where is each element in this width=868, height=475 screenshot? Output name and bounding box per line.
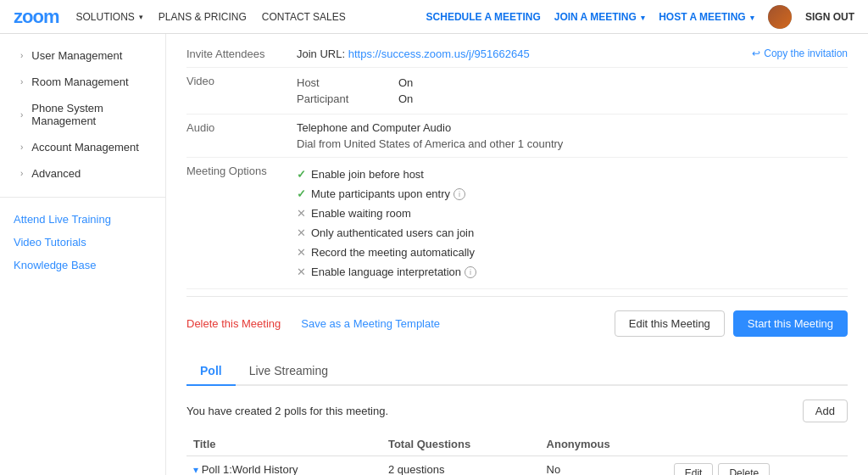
- sidebar-attend-live-training[interactable]: Attend Live Training: [0, 208, 165, 231]
- copy-icon: ↩: [752, 48, 760, 59]
- invite-attendees-value: Join URL: https://success.zoom.us/j/9516…: [297, 48, 752, 60]
- solutions-dropdown-icon: ▾: [139, 13, 143, 21]
- join-url-link[interactable]: https://success.zoom.us/j/951662645: [348, 48, 530, 60]
- sidebar-item-advanced[interactable]: › Advanced: [0, 160, 165, 187]
- layout: › User Management › Room Management › Ph…: [0, 34, 868, 475]
- sidebar-divider: [0, 197, 165, 198]
- poll-action-buttons-cell: Edit Delete: [667, 456, 848, 475]
- poll-edit-button[interactable]: Edit: [674, 463, 714, 475]
- crossmark-icon: ✕: [297, 265, 306, 278]
- edit-meeting-button[interactable]: Edit this Meeting: [615, 310, 725, 337]
- join-url-prefix: Join URL:: [297, 48, 348, 60]
- option-waiting-room: ✕ Enable waiting room: [297, 204, 848, 223]
- meeting-options-row: Meeting Options ✓ Enable join before hos…: [186, 158, 848, 289]
- participant-video-label: Participant: [297, 92, 364, 105]
- poll-section: You have created 2 polls for this meetin…: [186, 386, 848, 475]
- delete-meeting-link[interactable]: Delete this Meeting: [186, 317, 281, 330]
- poll-table: Title Total Questions Anonymous ▾ Poll 1…: [186, 433, 848, 475]
- join-meeting-link[interactable]: JOIN A MEETING ▾: [554, 11, 645, 23]
- poll-expand-toggle[interactable]: ▾: [193, 464, 198, 475]
- tab-poll[interactable]: Poll: [186, 357, 236, 384]
- poll-anonymous-header: Anonymous: [540, 433, 667, 456]
- poll-questions-cell: 2 questions: [381, 456, 540, 476]
- logo: zoom: [14, 6, 58, 28]
- language-info-icon[interactable]: i: [465, 266, 476, 278]
- sidebar: › User Management › Room Management › Ph…: [0, 34, 166, 475]
- poll-questions-header: Total Questions: [381, 433, 540, 456]
- poll-title-header: Title: [186, 433, 381, 456]
- sidebar-item-phone-system[interactable]: › Phone System Management: [0, 95, 165, 134]
- logo-text: zoom: [14, 6, 58, 28]
- nav-plans[interactable]: PLANS & PRICING: [159, 11, 247, 23]
- tabs-row: Poll Live Streaming: [186, 357, 848, 386]
- meeting-options-value: ✓ Enable join before host ✓ Mute partici…: [297, 165, 848, 282]
- chevron-icon: ›: [20, 51, 23, 60]
- main-content: Invite Attendees Join URL: https://succe…: [166, 34, 868, 475]
- participant-video-row: Participant On: [297, 91, 848, 107]
- poll-title-cell: ▾ Poll 1:World History: [186, 456, 381, 476]
- host-dropdown-icon: ▾: [750, 14, 754, 22]
- audio-row: Audio Telephone and Computer Audio Dial …: [186, 115, 848, 158]
- crossmark-icon: ✕: [297, 226, 306, 239]
- header-right: SCHEDULE A MEETING JOIN A MEETING ▾ HOST…: [426, 5, 854, 29]
- mute-info-icon[interactable]: i: [453, 188, 465, 200]
- actions-row: Delete this Meeting Save as a Meeting Te…: [186, 296, 848, 344]
- chevron-icon: ›: [20, 110, 23, 120]
- sidebar-video-tutorials[interactable]: Video Tutorials: [0, 231, 165, 254]
- audio-label: Audio: [186, 121, 297, 134]
- option-mute-participants: ✓ Mute participants upon entry i: [297, 184, 848, 204]
- poll-table-header-row: Title Total Questions Anonymous: [186, 433, 848, 456]
- audio-type: Telephone and Computer Audio: [297, 121, 848, 134]
- host-video-value: On: [398, 76, 413, 89]
- option-enable-join: ✓ Enable join before host: [297, 165, 848, 184]
- video-value: Host On Participant On: [297, 75, 848, 107]
- poll-table-row: ▾ Poll 1:World History 2 questions No Ed…: [186, 456, 848, 476]
- save-template-link[interactable]: Save as a Meeting Template: [301, 317, 440, 330]
- poll-header-row: You have created 2 polls for this meetin…: [186, 400, 848, 422]
- chevron-icon: ›: [20, 142, 23, 152]
- start-meeting-button[interactable]: Start this Meeting: [733, 310, 848, 337]
- invite-attendees-row: Invite Attendees Join URL: https://succe…: [186, 41, 848, 68]
- poll-delete-button[interactable]: Delete: [718, 463, 770, 475]
- audio-value: Telephone and Computer Audio Dial from U…: [297, 121, 848, 150]
- host-video-label: Host: [297, 76, 364, 89]
- join-dropdown-icon: ▾: [641, 14, 645, 22]
- sidebar-item-user-management[interactable]: › User Management: [0, 42, 165, 69]
- poll-anonymous-cell: No: [540, 456, 667, 476]
- invite-attendees-label: Invite Attendees: [186, 48, 297, 60]
- option-record-auto: ✕ Record the meeting automatically: [297, 243, 848, 262]
- crossmark-icon: ✕: [297, 207, 306, 220]
- sidebar-knowledge-base[interactable]: Knowledge Base: [0, 254, 165, 277]
- poll-title: Poll 1:World History: [202, 463, 298, 475]
- crossmark-icon: ✕: [297, 246, 306, 259]
- participant-video-value: On: [398, 92, 413, 105]
- chevron-icon: ›: [20, 169, 23, 178]
- copy-invitation-button[interactable]: ↩ Copy the invitation: [752, 48, 848, 59]
- nav-solutions[interactable]: SOLUTIONS ▾: [75, 11, 142, 23]
- poll-count-text: You have created 2 polls for this meetin…: [186, 405, 388, 417]
- meeting-options-label: Meeting Options: [186, 165, 297, 177]
- sidebar-item-room-management[interactable]: › Room Management: [0, 69, 165, 95]
- option-authenticated-users: ✕ Only authenticated users can join: [297, 223, 848, 243]
- video-label: Video: [186, 75, 297, 87]
- chevron-icon: ›: [20, 77, 23, 87]
- checkmark-icon: ✓: [297, 187, 306, 200]
- add-poll-button[interactable]: Add: [803, 400, 848, 422]
- checkmark-icon: ✓: [297, 168, 306, 181]
- video-row: Video Host On Participant On: [186, 68, 848, 115]
- avatar-image: [768, 5, 792, 29]
- sign-out-button[interactable]: SIGN OUT: [805, 11, 854, 23]
- host-meeting-link[interactable]: HOST A MEETING ▾: [659, 11, 754, 23]
- sidebar-item-account-management[interactable]: › Account Management: [0, 134, 165, 160]
- audio-dial-from: Dial from United States of America and o…: [297, 137, 848, 150]
- nav-contact-sales[interactable]: CONTACT SALES: [262, 11, 346, 23]
- host-video-row: Host On: [297, 75, 848, 91]
- content-area: Invite Attendees Join URL: https://succe…: [166, 34, 868, 475]
- main-nav: SOLUTIONS ▾ PLANS & PRICING CONTACT SALE…: [75, 11, 426, 23]
- avatar[interactable]: [768, 5, 792, 29]
- header: zoom SOLUTIONS ▾ PLANS & PRICING CONTACT…: [0, 0, 868, 34]
- option-language-interpretation: ✕ Enable language interpretation i: [297, 262, 848, 282]
- schedule-meeting-link[interactable]: SCHEDULE A MEETING: [426, 11, 541, 23]
- poll-actions-header: [667, 433, 848, 456]
- tab-live-streaming[interactable]: Live Streaming: [236, 357, 342, 384]
